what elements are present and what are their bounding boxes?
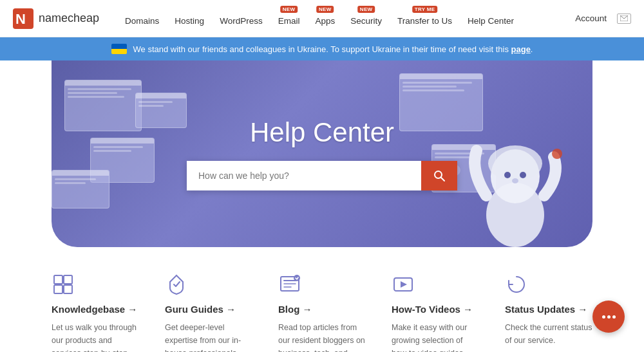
status-updates-icon	[505, 273, 528, 296]
nav-item-security[interactable]: NEW Security	[344, 7, 388, 30]
nav-label-apps: Apps	[315, 16, 335, 26]
svg-point-20	[294, 275, 300, 281]
account-link[interactable]: Account	[575, 14, 607, 23]
card-title-knowledgebase[interactable]: Knowledgebase →	[52, 304, 139, 315]
card-desc-status-updates: Check the current status of our service.	[505, 321, 592, 347]
nav-badge-security: NEW	[357, 6, 375, 13]
nav-item-email[interactable]: NEW Email	[272, 7, 307, 30]
cards-section: Knowledgebase → Let us walk you through …	[0, 247, 644, 352]
card-desc-guru-guides: Get deeper-level expertise from our in-h…	[165, 321, 252, 352]
nav-label-hosting: Hosting	[175, 16, 204, 26]
nav-item-wordpress[interactable]: WordPress	[213, 7, 269, 30]
search-input[interactable]	[187, 161, 421, 190]
svg-rect-12	[54, 275, 62, 284]
nav-label-help: Help Center	[468, 16, 514, 26]
blog-icon	[278, 273, 301, 296]
logo-icon: N	[13, 8, 33, 29]
card-desc-blog: Read top articles from our resident blog…	[278, 321, 366, 352]
logo[interactable]: N namecheap	[13, 8, 99, 29]
card-title-blog[interactable]: Blog →	[278, 304, 366, 315]
search-button[interactable]	[421, 161, 457, 190]
svg-point-5	[488, 145, 542, 181]
svg-point-9	[552, 149, 562, 159]
card-knowledgebase: Knowledgebase → Let us walk you through …	[39, 273, 152, 352]
nav-item-transfer[interactable]: TRY ME Transfer to Us	[391, 7, 459, 30]
card-blog: Blog → Read top articles from our reside…	[265, 273, 379, 352]
header: N namecheap Domains Hosting WordPress NE…	[0, 0, 644, 37]
logo-text: namecheap	[39, 12, 99, 25]
nav-label-wordpress: WordPress	[220, 16, 263, 26]
header-right: Account	[575, 14, 631, 24]
nav-badge-email: NEW	[280, 6, 298, 13]
svg-point-7	[520, 172, 526, 178]
nav-badge-apps: NEW	[316, 6, 334, 13]
hero-content: Help Center	[187, 117, 457, 190]
screen-4	[135, 93, 187, 128]
card-title-guru-guides[interactable]: Guru Guides →	[165, 304, 252, 315]
nav-label-domains: Domains	[125, 16, 159, 26]
svg-rect-13	[64, 275, 72, 284]
search-bar	[187, 161, 457, 190]
svg-point-8	[512, 178, 518, 183]
main-nav: Domains Hosting WordPress NEW Email NEW …	[118, 7, 575, 30]
screen-1	[64, 80, 142, 131]
chat-dot-3	[612, 315, 616, 319]
screen-3	[52, 170, 109, 208]
nav-badge-transfer: TRY ME	[412, 6, 438, 13]
hero-title: Help Center	[250, 117, 394, 148]
svg-line-11	[441, 178, 445, 181]
guru-guides-icon	[165, 273, 188, 296]
chat-dots	[602, 315, 616, 319]
card-desc-knowledgebase: Let us walk you through our products and…	[52, 321, 139, 352]
ukraine-link[interactable]: page	[511, 44, 531, 54]
card-status-updates: Status Updates → Check the current statu…	[492, 273, 605, 352]
mail-svg	[620, 15, 628, 21]
how-to-videos-icon	[392, 273, 415, 296]
card-title-status-updates[interactable]: Status Updates →	[505, 304, 592, 315]
card-how-to-videos: How-To Videos → Make it easy with our gr…	[379, 273, 492, 352]
hero-character	[464, 118, 567, 247]
svg-marker-22	[401, 281, 407, 288]
card-title-how-to-videos[interactable]: How-To Videos →	[392, 304, 479, 315]
chat-button[interactable]	[592, 301, 625, 333]
svg-rect-15	[64, 285, 72, 293]
character-svg	[464, 118, 567, 247]
nav-item-help[interactable]: Help Center	[461, 7, 520, 30]
svg-point-6	[504, 172, 511, 178]
card-desc-how-to-videos: Make it easy with our growing selection …	[392, 321, 479, 352]
nav-item-domains[interactable]: Domains	[118, 7, 166, 30]
knowledgebase-icon	[52, 273, 75, 296]
nav-label-transfer: Transfer to Us	[397, 16, 452, 26]
mail-icon[interactable]	[617, 14, 631, 24]
flag-yellow	[111, 49, 127, 54]
nav-item-hosting[interactable]: Hosting	[168, 7, 211, 30]
svg-rect-14	[54, 285, 62, 293]
chat-dot-1	[602, 315, 605, 319]
svg-text:N: N	[15, 11, 26, 27]
ukraine-banner-text: We stand with our friends and colleagues…	[133, 44, 533, 54]
card-guru-guides: Guru Guides → Get deeper-level expertise…	[152, 273, 265, 352]
flag-blue	[111, 44, 127, 49]
hero-section: Help Center	[52, 60, 592, 247]
ukraine-flag	[111, 44, 127, 54]
nav-label-security: Security	[350, 16, 382, 26]
search-icon	[433, 169, 446, 182]
chat-dot-2	[607, 315, 611, 319]
nav-label-email: Email	[278, 16, 300, 26]
ukraine-banner: We stand with our friends and colleagues…	[0, 37, 644, 60]
nav-item-apps[interactable]: NEW Apps	[308, 7, 341, 30]
